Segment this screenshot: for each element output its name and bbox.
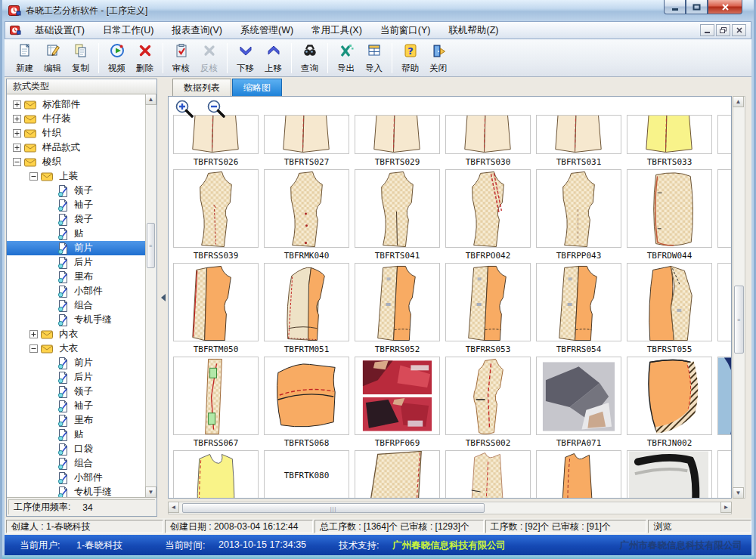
thumbnail-cell-TBFRMK040[interactable]: TBFRMK040 [264, 169, 349, 263]
pattern-piece-image[interactable] [355, 115, 440, 154]
tree-item-小部件[interactable]: 小部件 [7, 284, 145, 298]
expand-icon[interactable] [13, 144, 21, 152]
pattern-piece-image[interactable] [717, 450, 731, 498]
tree-item-袖子[interactable]: 袖子 [7, 399, 145, 413]
thumbnail-cell-TBFRPA071[interactable]: TBFRPA071 [536, 357, 621, 450]
panel-splitter[interactable] [159, 77, 168, 518]
pattern-piece-image[interactable] [445, 357, 531, 435]
pattern-piece-image[interactable] [717, 357, 731, 435]
tree-item-小部件[interactable]: 小部件 [7, 471, 145, 485]
thumbnail-cell-TBFRSS039[interactable]: TBFRSS039 [173, 169, 259, 263]
tree-scroll-thumb[interactable]: ≡ [147, 223, 155, 268]
pattern-piece-image[interactable] [445, 169, 531, 248]
pattern-piece-image[interactable] [355, 357, 440, 435]
reverse-audit-button[interactable]: 反核 [195, 42, 223, 75]
tree-item-贴[interactable]: 贴 [7, 428, 145, 442]
thumbnail-cell-partial[interactable] [717, 169, 731, 263]
pattern-piece-image[interactable] [355, 450, 440, 498]
move-down-button[interactable]: 下移 [231, 42, 259, 75]
collapse-icon[interactable] [29, 344, 38, 353]
expand-icon[interactable] [29, 330, 38, 338]
tree-item-前片[interactable]: 前片 [7, 241, 145, 255]
mdi-close-button[interactable] [732, 24, 746, 36]
pattern-piece-image[interactable] [536, 450, 621, 498]
zoom-out-button[interactable] [206, 99, 228, 123]
pattern-piece-image[interactable] [355, 263, 440, 341]
maximize-button[interactable] [686, 0, 708, 14]
thumbnail-cell-TBFRTS041[interactable]: TBFRTS041 [355, 169, 440, 263]
thumbnail-cell-partial[interactable] [717, 263, 731, 357]
mdi-restore-button[interactable] [716, 24, 730, 36]
thumbnail-cell-TBFRTS031[interactable]: TBFRTS031 [536, 115, 621, 169]
exit-door-button[interactable]: 关闭 [424, 42, 452, 75]
tree-item-标准部件[interactable]: 标准部件 [7, 97, 145, 112]
tree-scrollbar[interactable]: ▲ ≡ ▼ [145, 94, 156, 497]
pattern-piece-image[interactable] [627, 450, 712, 498]
pattern-piece-image[interactable] [627, 357, 712, 435]
tree-item-袖子[interactable]: 袖子 [7, 198, 145, 212]
search-button[interactable]: 查询 [296, 42, 324, 75]
tree-item-里布[interactable]: 里布 [7, 413, 145, 428]
thumbnail-cell-TBFRRS053[interactable]: TBFRRS053 [445, 263, 531, 357]
tab-缩略图[interactable]: 缩略图 [232, 79, 282, 96]
tree-scroll-up-arrow[interactable]: ▲ [145, 94, 156, 105]
help-button[interactable]: ?帮助 [396, 42, 424, 75]
menu-item-2[interactable]: 日常工作(U) [94, 22, 163, 39]
pattern-piece-image[interactable] [355, 169, 440, 248]
thumbnail-cell-partial[interactable] [536, 450, 621, 498]
thumbnail-cell-TBFRTM051[interactable]: TBFRTM051 [264, 263, 349, 357]
grid-horizontal-scrollbar[interactable]: ◄ ||| ► [168, 502, 732, 514]
thumbnail-cell-TBFRPF069[interactable]: TBFRPF069 [355, 357, 440, 450]
pattern-piece-image[interactable] [536, 263, 621, 341]
pattern-piece-image[interactable] [445, 450, 531, 498]
tab-数据列表[interactable]: 数据列表 [172, 79, 231, 96]
thumbnail-cell-TBFRTS068[interactable]: TBFRTS068 [264, 357, 349, 450]
pattern-piece-image[interactable] [536, 169, 621, 248]
tree-item-针织[interactable]: 针织 [7, 126, 145, 141]
pattern-piece-image[interactable] [173, 263, 259, 341]
pattern-piece-image[interactable] [445, 263, 531, 341]
thumbnail-cell-TBFRSS067[interactable]: TBFRSS067 [173, 357, 259, 450]
grid-vertical-scrollbar[interactable]: ▲ ≡ ▼ [733, 96, 745, 499]
thumbnail-cell-TBFRRS052[interactable]: TBFRRS052 [355, 263, 440, 357]
tree-item-专机手缝[interactable]: 专机手缝 [7, 485, 145, 497]
pattern-piece-image[interactable] [173, 357, 259, 435]
thumbnail-cell-TBFRRS054[interactable]: TBFRRS054 [536, 263, 621, 357]
collapse-left-arrow-icon[interactable] [161, 294, 166, 301]
grid-scroll-right-arrow[interactable]: ► [720, 502, 732, 513]
thumbnail-cell-TBFRTS030[interactable]: TBFRTS030 [445, 115, 531, 169]
pattern-piece-image[interactable] [173, 169, 259, 248]
close-button[interactable] [708, 0, 742, 14]
tree-item-梭织[interactable]: 梭织 [7, 155, 145, 169]
pattern-piece-image[interactable]: TBFRTK080 [264, 450, 349, 498]
menu-item-1[interactable]: 基础设置(T) [26, 22, 94, 39]
pattern-piece-image[interactable] [445, 115, 531, 154]
expand-icon[interactable] [13, 100, 21, 109]
tree-item-里布[interactable]: 里布 [7, 270, 145, 284]
tree-scroll-down-arrow[interactable]: ▼ [145, 486, 156, 498]
thumbnail-cell-partial[interactable] [627, 450, 712, 498]
tree-item-前片[interactable]: 前片 [7, 356, 145, 370]
import-button[interactable]: 导入 [360, 42, 388, 75]
grid-scroll-up-arrow[interactable]: ▲ [733, 96, 744, 107]
menu-item-5[interactable]: 常用工具(X) [302, 22, 371, 39]
edit-button[interactable]: 编辑 [39, 42, 67, 75]
video-button[interactable]: 视频 [103, 42, 131, 75]
pattern-piece-image[interactable] [264, 169, 349, 248]
pattern-piece-image[interactable] [536, 115, 621, 154]
pattern-piece-image[interactable] [264, 263, 349, 341]
tree-item-后片[interactable]: 后片 [7, 370, 145, 385]
expand-icon[interactable] [13, 115, 21, 123]
thumbnail-cell-partial[interactable] [445, 450, 531, 498]
thumbnail-cell-partial[interactable]: TBFRTK080 [264, 450, 349, 498]
tree-item-大衣[interactable]: 大衣 [7, 341, 145, 356]
tree-item-上装[interactable]: 上装 [7, 169, 145, 184]
thumbnail-cell-TBFRST055[interactable]: TBFRST055 [627, 263, 712, 357]
delete-button[interactable]: 删除 [131, 42, 159, 75]
tree-item-组合[interactable]: 组合 [7, 456, 145, 471]
pattern-piece-image[interactable] [717, 169, 731, 248]
tree-item-样品款式[interactable]: 样品款式 [7, 141, 145, 155]
tree-item-内衣[interactable]: 内衣 [7, 327, 145, 341]
pattern-piece-image[interactable] [627, 115, 712, 154]
minimize-button[interactable] [664, 0, 686, 14]
